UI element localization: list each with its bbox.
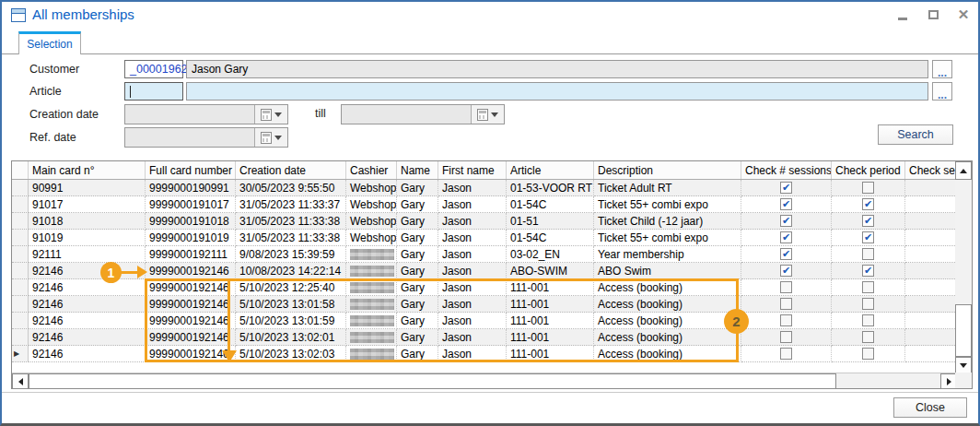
creation-date-from-field[interactable] bbox=[124, 104, 288, 124]
check-sessions-checkbox[interactable] bbox=[780, 182, 792, 194]
check-period-checkbox[interactable] bbox=[862, 198, 874, 210]
scroll-up-button[interactable] bbox=[955, 161, 972, 180]
creation-date-till-field[interactable] bbox=[341, 104, 505, 124]
customer-browse-button[interactable]: ... bbox=[932, 60, 952, 78]
check-period-checkbox[interactable] bbox=[862, 331, 874, 343]
col-header-creation-date[interactable]: Creation date bbox=[236, 161, 346, 179]
col-header-name[interactable]: Name bbox=[397, 161, 438, 179]
check-period-checkbox[interactable] bbox=[862, 281, 874, 293]
article-name-field[interactable] bbox=[186, 82, 928, 101]
ref-date-field[interactable] bbox=[124, 127, 288, 148]
check-sessions-checkbox[interactable] bbox=[780, 198, 792, 210]
creation-date-till-dropdown[interactable] bbox=[471, 105, 504, 124]
table-row[interactable]: 91019999900019101931/05/2023 11:33:38Web… bbox=[12, 230, 972, 246]
cell-check_period bbox=[832, 180, 905, 196]
check-sessions-checkbox[interactable] bbox=[780, 248, 792, 260]
check-sessions-checkbox[interactable] bbox=[780, 265, 792, 277]
row-selector[interactable] bbox=[12, 230, 29, 246]
ref-date-label: Ref. date bbox=[29, 131, 76, 144]
col-header-main-card-n-[interactable]: Main card n° bbox=[29, 161, 146, 179]
cell-check_period bbox=[832, 230, 905, 246]
minimize-button[interactable] bbox=[895, 7, 910, 22]
table-row[interactable]: 91017999900019101731/05/2023 11:33:37Web… bbox=[12, 196, 972, 213]
close-window-button[interactable]: ✕ bbox=[956, 7, 971, 22]
check-period-checkbox[interactable] bbox=[862, 248, 874, 260]
row-selector[interactable] bbox=[12, 296, 29, 313]
cell-full: 9999000192111 bbox=[146, 246, 236, 263]
cell-name: Gary bbox=[397, 329, 438, 346]
check-sessions-checkbox[interactable] bbox=[780, 331, 792, 343]
cell-cashier bbox=[346, 296, 397, 313]
cell-desc: Ticket 55+ combi expo bbox=[594, 196, 741, 213]
row-selector[interactable] bbox=[12, 246, 29, 263]
table-row[interactable]: 9214699990001921465/10/2023 13:01:58Gary… bbox=[12, 296, 972, 313]
blurred-cashier-value bbox=[350, 266, 394, 277]
tab-selection[interactable]: Selection bbox=[18, 31, 81, 54]
check-period-checkbox[interactable] bbox=[862, 298, 874, 310]
vertical-scrollbar[interactable] bbox=[955, 161, 972, 374]
col-header-check-period[interactable]: Check period bbox=[832, 161, 905, 179]
col-header-article[interactable]: Article bbox=[507, 161, 594, 179]
row-selector[interactable] bbox=[12, 213, 29, 230]
cell-created: 9/08/2023 15:39:59 bbox=[236, 246, 346, 263]
col-header-cashier[interactable]: Cashier bbox=[346, 161, 397, 179]
col-header-description[interactable]: Description bbox=[594, 161, 741, 179]
customer-name-field[interactable]: Jason Gary bbox=[186, 60, 928, 78]
row-selector[interactable] bbox=[12, 313, 29, 329]
article-code-field[interactable] bbox=[124, 82, 183, 101]
scroll-left-button[interactable] bbox=[12, 373, 29, 389]
cell-article: 03-02_EN bbox=[507, 246, 594, 263]
cell-first: Jason bbox=[438, 246, 507, 263]
check-period-checkbox[interactable] bbox=[862, 231, 874, 243]
table-row[interactable]: 9214699990001921465/10/2023 13:02:01Gary… bbox=[12, 329, 972, 346]
check-period-checkbox[interactable] bbox=[862, 314, 874, 326]
table-row[interactable]: 92146999900019214610/08/2023 14:22:14Gar… bbox=[12, 263, 972, 279]
table-row[interactable]: 90991999900019099130/05/2023 9:55:50Webs… bbox=[12, 180, 972, 196]
row-selector[interactable] bbox=[12, 180, 29, 196]
check-period-checkbox[interactable] bbox=[862, 182, 874, 194]
cell-check_sessions bbox=[741, 180, 832, 196]
row-selector[interactable] bbox=[12, 263, 29, 279]
close-button[interactable]: Close bbox=[893, 397, 967, 418]
check-period-checkbox[interactable] bbox=[862, 348, 874, 360]
maximize-button[interactable] bbox=[926, 7, 940, 22]
table-row[interactable]: 91018999900019101831/05/2023 11:33:38Web… bbox=[12, 213, 972, 230]
cell-cashier bbox=[346, 246, 397, 263]
row-selector[interactable] bbox=[12, 196, 29, 213]
blurred-cashier-value bbox=[350, 332, 394, 343]
cell-first: Jason bbox=[438, 313, 507, 329]
cell-check_period bbox=[832, 246, 905, 263]
table-row[interactable]: 9211199990001921119/08/2023 15:39:59Gary… bbox=[12, 246, 972, 263]
row-selector[interactable] bbox=[12, 279, 29, 296]
row-selector[interactable]: ▶ bbox=[12, 346, 29, 362]
col-header-check-se[interactable]: Check se bbox=[905, 161, 957, 179]
cell-main: 92146 bbox=[29, 263, 146, 279]
row-selector[interactable] bbox=[12, 329, 29, 346]
check-period-checkbox[interactable] bbox=[862, 265, 874, 277]
check-sessions-checkbox[interactable] bbox=[780, 314, 792, 326]
vertical-scroll-thumb[interactable] bbox=[955, 304, 972, 357]
col-header-first-name[interactable]: First name bbox=[438, 161, 507, 179]
table-row[interactable]: 9214699990001921465/10/2023 12:25:40Gary… bbox=[12, 279, 972, 296]
check-sessions-checkbox[interactable] bbox=[780, 231, 792, 243]
check-sessions-checkbox[interactable] bbox=[780, 281, 792, 293]
col-header-check-sessions[interactable]: Check # sessions bbox=[741, 161, 832, 179]
check-sessions-checkbox[interactable] bbox=[780, 348, 792, 360]
search-button[interactable]: Search bbox=[878, 124, 953, 145]
cell-article: 111-001 bbox=[507, 346, 594, 362]
calendar-icon bbox=[261, 109, 272, 121]
ref-date-dropdown[interactable] bbox=[254, 128, 287, 147]
horizontal-scrollbar[interactable] bbox=[12, 373, 957, 388]
table-row[interactable]: ▶9214699990001921465/10/2023 13:02:03Gar… bbox=[12, 346, 972, 362]
customer-code-field[interactable]: _00001962 bbox=[124, 60, 183, 78]
check-sessions-checkbox[interactable] bbox=[780, 215, 792, 227]
horizontal-scroll-thumb[interactable] bbox=[29, 373, 836, 389]
col-header-full-card-number[interactable]: Full card number bbox=[146, 161, 236, 179]
check-sessions-checkbox[interactable] bbox=[780, 298, 792, 310]
cell-first: Jason bbox=[438, 196, 507, 213]
table-row[interactable]: 9214699990001921465/10/2023 13:01:59Gary… bbox=[12, 313, 972, 329]
check-period-checkbox[interactable] bbox=[862, 215, 874, 227]
article-browse-button[interactable]: ... bbox=[932, 82, 952, 101]
maximize-icon bbox=[928, 10, 939, 19]
creation-date-from-dropdown[interactable] bbox=[254, 105, 287, 124]
